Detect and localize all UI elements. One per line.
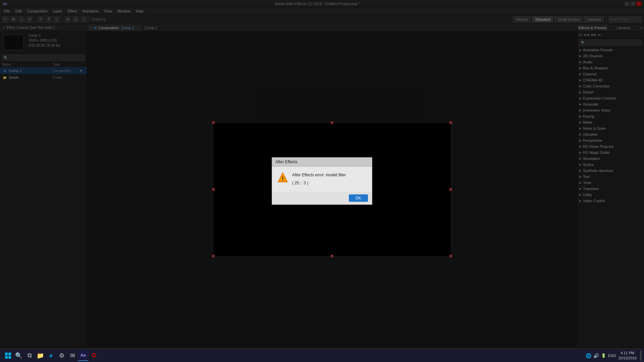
warning-icon: ! [277,172,288,185]
error-dialog: After Effects ! After Effects error: inv… [272,157,372,204]
svg-rect-5 [8,356,11,359]
taskbar-file-explorer[interactable]: 📁 [35,350,46,361]
dialog-message-line1: After Effects error: invalid filter [292,172,346,178]
taskbar-edge[interactable]: e [46,350,56,361]
svg-text:!: ! [282,175,284,182]
taskbar-settings[interactable]: ⚙ [56,350,67,361]
taskbar-ae[interactable]: Ae [78,350,89,361]
taskbar-search[interactable]: 🔍 [13,350,24,361]
clock-date: 10/13/2019 [618,356,637,360]
tray-language: ENG [608,354,616,358]
start-button[interactable] [3,350,13,361]
dialog-message-line2: ( 25 :: 3 ) [292,180,346,186]
tray-volume[interactable]: 🔊 [593,353,599,358]
svg-rect-3 [8,353,11,355]
dialog-footer: OK [272,192,372,204]
windows-taskbar: 🔍 ⧉ 📁 e ⚙ ✉ Ae O 🌐 🔊 🔋 ENG 4:11 PM 10/13… [0,349,644,362]
taskbar-opera[interactable]: O [89,350,99,361]
svg-rect-4 [5,356,8,359]
clock-time: 4:11 PM [618,351,637,355]
show-desktop-btn[interactable] [640,351,641,361]
taskbar-tray: 🌐 🔊 🔋 ENG 4:11 PM 10/13/2019 [586,351,641,361]
tray-battery[interactable]: 🔋 [601,353,606,358]
dialog-body: ! After Effects error: invalid filter ( … [272,167,372,191]
dialog-title: After Effects [275,160,297,164]
dialog-overlay: After Effects ! After Effects error: inv… [0,0,644,362]
svg-rect-2 [5,353,8,355]
taskbar-mail[interactable]: ✉ [67,350,78,361]
tray-network[interactable]: 🌐 [586,353,591,358]
taskbar-clock[interactable]: 4:11 PM 10/13/2019 [618,351,637,360]
dialog-title-bar: After Effects [272,158,372,167]
dialog-message-block: After Effects error: invalid filter ( 25… [292,172,346,186]
dialog-ok-button[interactable]: OK [349,194,368,202]
taskbar-task-view[interactable]: ⧉ [24,350,35,361]
